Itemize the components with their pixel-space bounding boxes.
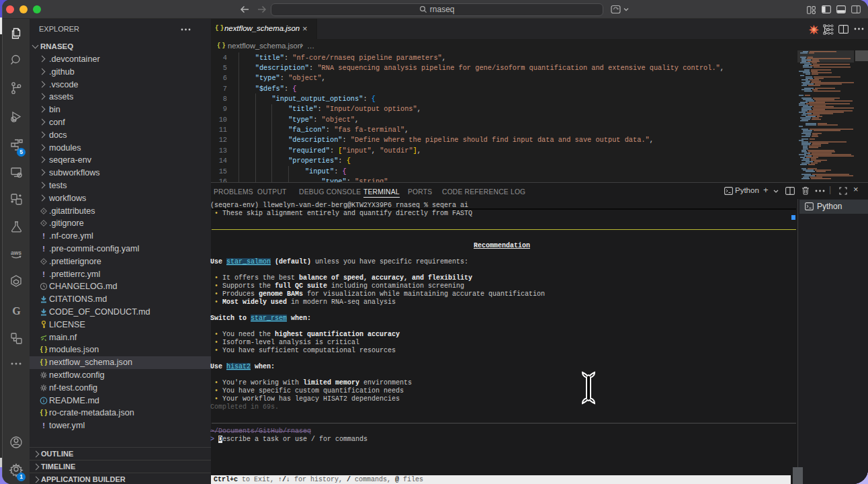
svg-text:aws: aws xyxy=(11,249,21,256)
svg-text:G: G xyxy=(12,305,21,317)
